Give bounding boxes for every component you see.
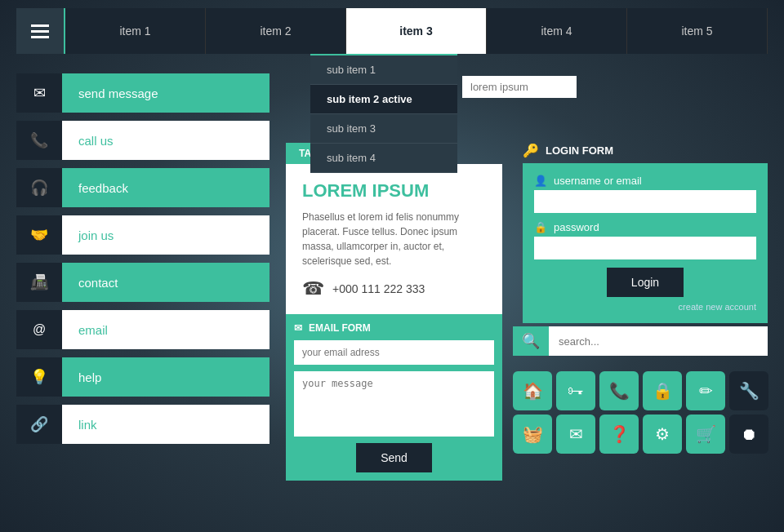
grid-icon-pencil[interactable]: ✏ <box>686 371 725 410</box>
grid-icon-phone[interactable]: 📞 <box>599 371 639 410</box>
nav-item-3[interactable]: item 3 <box>346 8 487 54</box>
login-title-bar: 🔑 LOGIN FORM <box>523 143 768 158</box>
fax-icon: 📠 <box>16 263 62 302</box>
grid-icon-mail[interactable]: ✉ <box>556 415 595 454</box>
phone-big-icon: ☎ <box>302 278 324 299</box>
send-button[interactable]: Send <box>356 443 432 472</box>
username-input[interactable] <box>534 190 756 213</box>
username-label: username or email <box>554 175 642 187</box>
dropdown-item-3[interactable]: sub item 3 <box>310 114 457 144</box>
link-btn[interactable]: 🔗 link <box>16 405 270 444</box>
headset-icon: 🎧 <box>16 168 62 207</box>
email-form-label: EMAIL FORM <box>309 322 371 334</box>
username-label-row: 👤 username or email <box>534 175 756 187</box>
grid-icon-basket[interactable]: 🧺 <box>513 415 552 454</box>
join-us-btn[interactable]: 🤝 join us <box>16 215 270 255</box>
hamburger-button[interactable] <box>16 8 65 54</box>
grid-icon-home[interactable]: 🏠 <box>513 371 552 410</box>
send-message-btn[interactable]: ✉ send message <box>16 73 270 113</box>
join-us-label[interactable]: join us <box>62 215 270 255</box>
feedback-label[interactable]: feedback <box>62 168 270 207</box>
nav-item-5[interactable]: item 5 <box>627 8 768 54</box>
email-label[interactable]: email <box>62 310 270 349</box>
feedback-btn[interactable]: 🎧 feedback <box>16 168 270 207</box>
hamburger-icon <box>31 24 49 38</box>
key-icon: 🔑 <box>523 143 539 158</box>
email-form: ✉ EMAIL FORM Send <box>286 314 502 481</box>
dropdown-menu: sub item 1 sub item 2 active sub item 3 … <box>310 54 457 173</box>
send-message-label[interactable]: send message <box>62 73 270 113</box>
password-input[interactable] <box>534 237 756 259</box>
search-input[interactable] <box>549 326 768 356</box>
email-btn[interactable]: @ email <box>16 310 270 349</box>
nav-item-2[interactable]: item 2 <box>206 8 346 54</box>
email-form-icon: ✉ <box>294 322 302 334</box>
lorem-input[interactable] <box>462 76 577 98</box>
icon-grid: 🏠 🗝 📞 🔒 ✏ 🔧 🧺 ✉ ❓ ⚙ 🛒 ⏺ <box>513 371 768 454</box>
create-account-link[interactable]: create new account <box>534 302 756 312</box>
grid-icon-wrench[interactable]: 🔧 <box>729 371 768 410</box>
phone-number: +000 111 222 333 <box>332 282 425 295</box>
tab-title: LOREM IPSUM <box>302 180 486 202</box>
nav-item-1[interactable]: item 1 <box>65 8 206 54</box>
dropdown-item-2[interactable]: sub item 2 active <box>310 85 457 114</box>
call-us-label[interactable]: call us <box>62 121 270 160</box>
tab-content: LOREM IPSUM Phasellus et lorem id felis … <box>286 164 502 316</box>
help-label[interactable]: help <box>62 357 270 397</box>
password-label-row: 🔒 password <box>534 221 756 233</box>
grid-icon-question[interactable]: ❓ <box>599 415 639 454</box>
login-section: 🔑 LOGIN FORM 👤 username or email 🔒 passw… <box>523 143 768 323</box>
left-buttons: ✉ send message 📞 call us 🎧 feedback 🤝 jo… <box>16 73 270 444</box>
login-box: 👤 username or email 🔒 password Login cre… <box>523 163 768 323</box>
grid-icon-gear[interactable]: ⚙ <box>643 415 682 454</box>
tab-body: Phasellus et lorem id felis nonummy plac… <box>302 210 486 268</box>
help-btn[interactable]: 💡 help <box>16 357 270 397</box>
contact-btn[interactable]: 📠 contact <box>16 263 270 302</box>
search-icon: 🔍 <box>513 326 549 356</box>
login-title: LOGIN FORM <box>546 144 613 157</box>
navbar: item 1 item 2 item 3 item 4 item 5 <box>16 8 768 54</box>
dropdown-text-input[interactable] <box>462 76 577 98</box>
tab-phone: ☎ +000 111 222 333 <box>302 278 486 299</box>
at-icon: @ <box>16 310 62 349</box>
envelope-icon: ✉ <box>16 73 62 113</box>
email-message-input[interactable] <box>294 371 494 437</box>
login-button[interactable]: Login <box>607 268 684 297</box>
grid-icon-lock[interactable]: 🔒 <box>643 371 682 410</box>
handshake-icon: 🤝 <box>16 215 62 255</box>
lock-icon: 🔒 <box>534 221 547 233</box>
link-icon: 🔗 <box>16 405 62 444</box>
nav-item-4[interactable]: item 4 <box>487 8 627 54</box>
user-icon: 👤 <box>534 175 547 187</box>
dropdown-item-4[interactable]: sub item 4 <box>310 144 457 173</box>
dropdown-item-1[interactable]: sub item 1 <box>310 55 457 85</box>
search-section: 🔍 <box>513 326 768 356</box>
grid-icon-key[interactable]: 🗝 <box>556 371 595 410</box>
password-label: password <box>554 221 599 233</box>
call-us-btn[interactable]: 📞 call us <box>16 121 270 160</box>
grid-icon-record[interactable]: ⏺ <box>729 415 768 454</box>
bulb-icon: 💡 <box>16 357 62 397</box>
email-address-input[interactable] <box>294 340 494 365</box>
link-label[interactable]: link <box>62 405 270 444</box>
grid-icon-cart[interactable]: 🛒 <box>686 415 725 454</box>
email-form-title: ✉ EMAIL FORM <box>294 322 494 334</box>
contact-label[interactable]: contact <box>62 263 270 302</box>
phone-icon: 📞 <box>16 121 62 160</box>
